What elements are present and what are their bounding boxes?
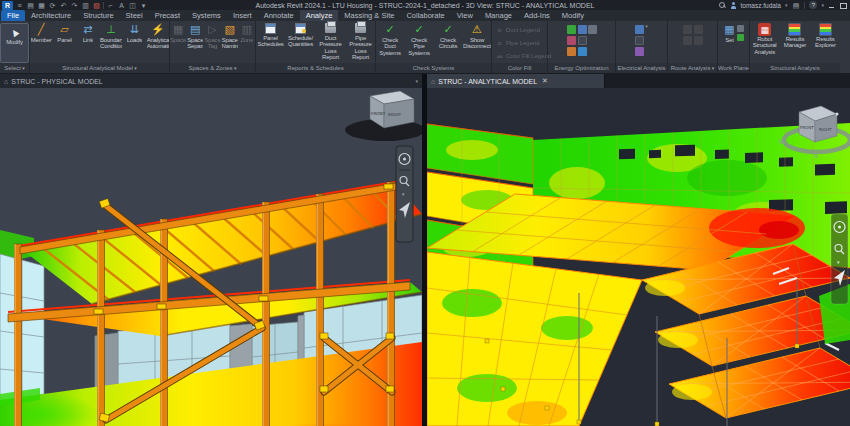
space-button[interactable]: Space	[170, 23, 186, 43]
text-icon[interactable]	[117, 1, 126, 10]
print-icon[interactable]	[81, 1, 90, 10]
schedule-quantities-button[interactable]: Schedule/ Quantities	[286, 23, 315, 48]
restore-button[interactable]	[839, 2, 846, 9]
energy-location-icon[interactable]	[578, 36, 587, 45]
undo-icon[interactable]	[59, 1, 68, 10]
zone-button[interactable]: Zone	[239, 23, 255, 43]
tab-annotate[interactable]: Annotate	[258, 10, 300, 21]
robot-structural-analysis-button[interactable]: ▦ Robot Structural Analysis	[750, 23, 779, 55]
tab-analyze[interactable]: Analyze	[300, 10, 339, 21]
work-plane-viewer-icon[interactable]	[737, 34, 744, 41]
tab-view[interactable]: View	[451, 10, 479, 21]
electrical-loads-icon[interactable]	[635, 36, 644, 45]
tab-massing-site[interactable]: Massing & Site	[338, 10, 400, 21]
minimize-button[interactable]	[828, 2, 835, 9]
space-separator-button[interactable]: Space Separator	[187, 23, 203, 50]
app-store-icon[interactable]	[791, 1, 800, 10]
panel-schedules-button[interactable]: Panel Schedules	[256, 23, 285, 48]
check-circuits-button[interactable]: Check Circuits	[434, 23, 462, 50]
boundary-conditions-button[interactable]: Boundary Conditions	[100, 23, 122, 50]
show-work-plane-icon[interactable]	[737, 25, 744, 32]
aligned-dimension-icon[interactable]	[106, 1, 115, 10]
results-manager-button[interactable]: Results Manager	[780, 23, 809, 49]
sync-icon[interactable]	[48, 1, 57, 10]
analytical-model-canvas[interactable]: W S E FRONT RIGHT ▾	[427, 88, 850, 426]
tab-add-ins[interactable]: Add-Ins	[518, 10, 556, 21]
panel-label-reports-schedules[interactable]: Reports & Schedules	[287, 65, 343, 71]
panel-label-structural-analytical-model[interactable]: Structural Analytical Model	[62, 65, 137, 71]
electrical-chevron-icon[interactable]: ▾	[645, 23, 648, 29]
compass-south[interactable]: S	[814, 152, 818, 160]
navigation-bar[interactable]: ▾	[396, 146, 413, 242]
compass-west[interactable]: W	[779, 138, 786, 146]
energy-heating-icon[interactable]	[567, 36, 576, 45]
measure-icon[interactable]	[92, 1, 101, 10]
panel-label-route-analysis[interactable]: Route Analysis	[671, 65, 715, 71]
redo-icon[interactable]	[70, 1, 79, 10]
duct-pressure-loss-report-button[interactable]: Duct Pressure Loss Report	[316, 23, 345, 61]
panel-label-spaces-zones[interactable]: Spaces & Zones	[189, 65, 237, 71]
tab-insert[interactable]: Insert	[227, 10, 258, 21]
account-icon[interactable]	[730, 2, 737, 9]
panel-label-select[interactable]: Select	[4, 65, 25, 71]
tab-systems[interactable]: Systems	[186, 10, 227, 21]
physical-model-canvas[interactable]: FRONT RIGHT ▾	[0, 88, 422, 426]
pipe-pressure-loss-report-button[interactable]: Pipe Pressure Loss Report	[346, 23, 375, 61]
energy-systems-icon[interactable]	[567, 47, 576, 56]
help-icon[interactable]: ?	[809, 1, 817, 9]
electrical-settings-icon[interactable]	[635, 25, 644, 34]
route-settings-icon[interactable]	[694, 36, 703, 45]
path-of-travel-icon[interactable]	[683, 25, 692, 34]
tab-structure[interactable]: Structure	[77, 10, 119, 21]
search-icon[interactable]	[719, 2, 726, 9]
customize-toolbar-icon[interactable]	[139, 1, 148, 10]
duct-legend-button[interactable]: Duct Legend	[495, 24, 540, 36]
space-tag-button[interactable]: Space Tag	[204, 23, 220, 50]
open-icon[interactable]	[26, 1, 35, 10]
check-duct-systems-button[interactable]: Check Duct Systems	[376, 23, 404, 56]
tab-manage[interactable]: Manage	[479, 10, 518, 21]
energy-model-icon[interactable]	[578, 25, 587, 34]
file-menu-icon[interactable]	[15, 1, 24, 10]
check-pipe-systems-button[interactable]: Check Pipe Systems	[405, 23, 433, 56]
energy-optimize-icon[interactable]	[588, 25, 597, 34]
reveal-obstacles-icon[interactable]	[683, 36, 692, 45]
set-work-plane-button[interactable]: Set	[723, 23, 736, 43]
tab-collaborate[interactable]: Collaborate	[400, 10, 450, 21]
account-chevron-icon[interactable]: ▾	[785, 2, 788, 8]
section-icon[interactable]	[128, 1, 137, 10]
analytical-automation-button[interactable]: Analytical Automation	[147, 23, 169, 50]
viewcube-front-face[interactable]: FRONT	[371, 111, 386, 116]
tab-file[interactable]: File	[1, 10, 25, 21]
loads-button[interactable]: Loads	[123, 23, 145, 43]
close-view-icon[interactable]: ✕	[542, 77, 548, 85]
navigation-bar[interactable]: ▾	[831, 214, 848, 304]
save-icon[interactable]	[37, 1, 46, 10]
panel-label-structural-analysis[interactable]: Structural Analysis	[770, 65, 819, 71]
link-button[interactable]: Link	[77, 23, 99, 43]
view-tab-analytical-model[interactable]: STRUC - ANALYTICAL MODEL ✕	[427, 74, 605, 88]
tab-steel[interactable]: Steel	[120, 10, 149, 21]
multiple-paths-icon[interactable]	[694, 25, 703, 34]
member-button[interactable]: Member	[30, 23, 52, 43]
show-disconnects-button[interactable]: Show Disconnects	[463, 23, 491, 50]
panel-label-check-systems[interactable]: Check Systems	[413, 65, 455, 71]
pipe-legend-button[interactable]: Pipe Legend	[495, 37, 540, 49]
panel-label-electrical-analysis[interactable]: Electrical Analysis	[617, 65, 665, 71]
panel-label-energy-optimization[interactable]: Energy Optimization	[554, 65, 608, 71]
energy-settings-icon[interactable]	[567, 25, 576, 34]
viewcube-front-face[interactable]: FRONT	[800, 125, 814, 130]
viewcube-right-face[interactable]: RIGHT	[388, 112, 402, 117]
view-tab-physical-model[interactable]: STRUC - PHYSICAL MODEL ▾	[0, 74, 422, 88]
space-naming-button[interactable]: Space Naming	[222, 23, 238, 50]
window-menu-chevron-icon[interactable]: ▾	[415, 78, 418, 84]
analytical-model-viewport[interactable]: W S E FRONT RIGHT ▾	[427, 88, 850, 426]
viewcube-right-face[interactable]: RIGHT	[819, 127, 832, 132]
tab-architecture[interactable]: Architecture	[25, 10, 77, 21]
tab-precast[interactable]: Precast	[149, 10, 186, 21]
help-chevron-icon[interactable]: ▾	[821, 2, 824, 8]
panel-button[interactable]: Panel	[53, 23, 75, 43]
panel-label-color-fill[interactable]: Color Fill	[508, 65, 532, 71]
energy-results-icon[interactable]	[578, 47, 587, 56]
username[interactable]: tomasz.fudala	[741, 2, 781, 9]
